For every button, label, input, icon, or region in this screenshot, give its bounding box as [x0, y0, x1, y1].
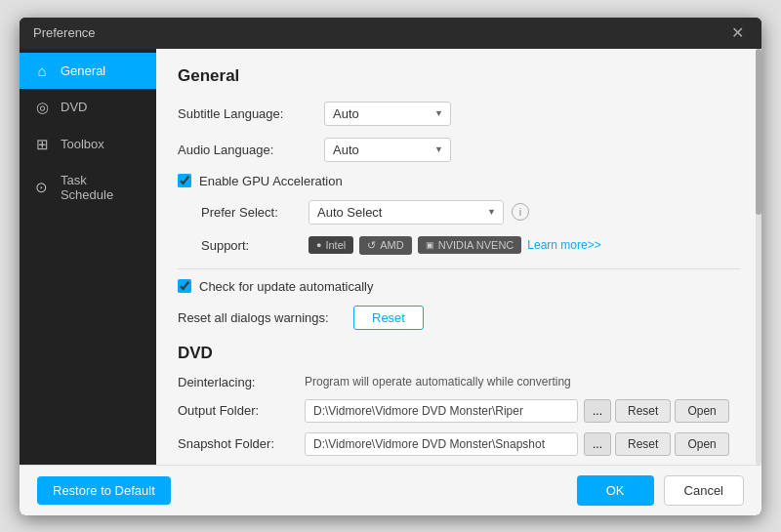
amd-refresh-icon: ↺ — [367, 239, 376, 252]
check-update-row: Check for update automatically — [178, 279, 740, 294]
subtitle-language-row: Subtitle Language: Auto — [178, 102, 740, 126]
dvd-section-title: DVD — [178, 344, 740, 363]
cancel-button[interactable]: Cancel — [664, 475, 744, 506]
ok-button[interactable]: OK — [577, 475, 654, 506]
general-section-title: General — [178, 66, 740, 86]
check-update-checkbox[interactable] — [178, 279, 191, 293]
prefer-select-wrapper: Auto Select — [308, 200, 504, 225]
content-area: General Subtitle Language: Auto Audio La… — [156, 49, 761, 465]
content-wrapper: General Subtitle Language: Auto Audio La… — [156, 49, 761, 465]
snapshot-folder-label: Snapshot Folder: — [178, 436, 305, 451]
sidebar-label-toolbox: Toolbox — [61, 137, 104, 151]
intel-icon: ● — [316, 240, 321, 250]
snapshot-folder-reset-button[interactable]: Reset — [615, 432, 671, 456]
sidebar-item-dvd[interactable]: ◎ DVD — [20, 89, 156, 126]
check-update-label: Check for update automatically — [199, 279, 373, 294]
snapshot-folder-dots-button[interactable]: ... — [584, 432, 611, 456]
close-button[interactable]: ✕ — [727, 25, 748, 41]
support-label: Support: — [201, 238, 308, 253]
subtitle-language-label: Subtitle Language: — [178, 106, 324, 121]
reset-dialogs-label: Reset all dialogs warnings: — [178, 310, 353, 325]
deinterlacing-label: Deinterlacing: — [178, 375, 305, 389]
dialog-body: ⌂ General ◎ DVD ⊞ Toolbox ⊙ Task Schedul… — [20, 49, 761, 465]
amd-label: AMD — [380, 239, 403, 251]
sidebar-item-toolbox[interactable]: ⊞ Toolbox — [20, 126, 156, 163]
sidebar-item-task-schedule[interactable]: ⊙ Task Schedule — [20, 163, 156, 212]
preference-dialog: Preference ✕ ⌂ General ◎ DVD ⊞ Toolbox ⊙… — [20, 18, 761, 515]
snapshot-folder-open-button[interactable]: Open — [675, 432, 728, 456]
support-row: Support: ● Intel ↺ AMD ▣ NVIDIA NVENC Le… — [178, 236, 740, 255]
prefer-select-label: Prefer Select: — [201, 205, 308, 220]
sidebar-label-general: General — [61, 63, 105, 78]
amd-badge: ↺ AMD — [359, 236, 411, 255]
audio-language-select-wrapper: Auto — [324, 138, 451, 162]
toolbox-icon: ⊞ — [33, 136, 51, 153]
home-icon: ⌂ — [33, 62, 51, 79]
audio-language-row: Audio Language: Auto — [178, 138, 740, 162]
gpu-acceleration-row: Enable GPU Acceleration — [178, 174, 740, 188]
output-folder-open-button[interactable]: Open — [675, 399, 728, 423]
intel-badge: ● Intel — [308, 236, 353, 254]
output-folder-reset-button[interactable]: Reset — [615, 399, 671, 423]
deinterlacing-row: Deinterlacing: Program will operate auto… — [178, 375, 740, 389]
footer-right-buttons: OK Cancel — [577, 475, 744, 506]
sidebar-label-dvd: DVD — [61, 100, 87, 114]
sidebar: ⌂ General ◎ DVD ⊞ Toolbox ⊙ Task Schedul… — [20, 49, 156, 465]
prefer-select-row: Prefer Select: Auto Select i — [178, 200, 740, 225]
dialog-title: Preference — [33, 25, 96, 40]
snapshot-folder-row: Snapshot Folder: ... Reset Open — [178, 432, 740, 456]
snapshot-folder-input[interactable] — [305, 432, 578, 456]
intel-label: Intel — [325, 239, 346, 251]
output-folder-dots-button[interactable]: ... — [584, 399, 611, 423]
output-folder-row: Output Folder: ... Reset Open — [178, 399, 740, 423]
output-folder-label: Output Folder: — [178, 403, 305, 418]
title-bar: Preference ✕ — [20, 18, 761, 49]
scrollbar-thumb[interactable] — [756, 49, 761, 215]
scrollbar-track — [756, 49, 761, 465]
gpu-acceleration-label: Enable GPU Acceleration — [199, 174, 343, 188]
gpu-acceleration-checkbox[interactable] — [178, 174, 191, 187]
reset-dialogs-row: Reset all dialogs warnings: Reset — [178, 306, 740, 330]
audio-language-select[interactable]: Auto — [324, 138, 451, 162]
learn-more-link[interactable]: Learn more>> — [527, 238, 600, 252]
dialog-footer: Restore to Default OK Cancel — [20, 465, 761, 515]
audio-language-label: Audio Language: — [178, 143, 324, 157]
schedule-icon: ⊙ — [33, 179, 51, 196]
nvidia-badge: ▣ NVIDIA NVENC — [418, 236, 522, 254]
reset-dialogs-button[interactable]: Reset — [353, 306, 424, 330]
restore-default-button[interactable]: Restore to Default — [37, 476, 171, 505]
prefer-select-dropdown[interactable]: Auto Select — [308, 200, 504, 225]
sidebar-label-task-schedule: Task Schedule — [61, 173, 143, 202]
info-icon[interactable]: i — [512, 203, 529, 221]
deinterlacing-value: Program will operate automatically while… — [305, 375, 571, 389]
sidebar-item-general[interactable]: ⌂ General — [20, 53, 156, 89]
nvidia-icon: ▣ — [426, 240, 434, 250]
output-folder-input[interactable] — [305, 399, 578, 423]
subtitle-language-select-wrapper: Auto — [324, 102, 451, 126]
divider-1 — [178, 268, 740, 269]
dvd-icon: ◎ — [33, 99, 51, 116]
nvidia-label: NVIDIA NVENC — [438, 239, 514, 251]
subtitle-language-select[interactable]: Auto — [324, 102, 451, 126]
